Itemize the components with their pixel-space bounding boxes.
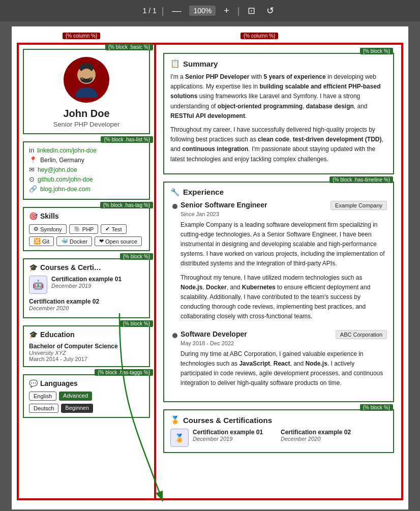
blog-link[interactable]: blog.john-doe.com <box>40 186 91 193</box>
experience-block: {% block .has-timeline %} 🔧 Experience S… <box>163 182 394 403</box>
cert-grid-details-2: Certification example 02 December 2020 <box>281 429 351 442</box>
courses-icon: 🎓 <box>29 263 38 272</box>
job-header-1: Senior Software Engineer Example Company <box>181 201 387 210</box>
contact-section: in linkedin.com/john-doe 📍 Berlin, Germa… <box>23 141 150 200</box>
github-link[interactable]: github.com/john-doe <box>38 176 93 183</box>
block-has-tag-tag: {% block .has-tag %} <box>100 202 153 208</box>
avatar <box>64 57 109 103</box>
summary-para1: I'm a Senior PHP Developer with 5 years … <box>170 72 387 121</box>
courses-left-section: 🎓 Courses & Certi… 🤖 Certification examp… <box>23 258 150 318</box>
github-icon: ⊙ <box>29 175 35 183</box>
courses-right-section: 🏅 Courses & Certifications 🏅 Certificati… <box>163 409 394 453</box>
cert-details-1: Certification example 01 December 2019 <box>51 276 122 289</box>
skills-section: 🎯 Skills ⚙ Symfony 🐘 PHP ✔ Test 🔀 Git 🐳 … <box>23 207 150 251</box>
experience-icon: 🔧 <box>170 188 180 197</box>
courses-left-block: {% block %} 🎓 Courses & Certi… 🤖 Certifi… <box>19 258 154 318</box>
divider1: | <box>162 6 164 16</box>
languages-section: 💬 Languages English Advanced Deutsch Beg… <box>23 374 150 418</box>
cert-item-2: Certification example 02 December 2020 <box>29 298 144 311</box>
php-icon: 🐘 <box>74 226 81 232</box>
cert-grid-name-2: Certification example 02 <box>281 429 351 436</box>
cert-date-2: December 2020 <box>29 305 144 311</box>
summary-section: 📋 Summary I'm a Senior PHP Developer wit… <box>163 53 394 174</box>
skills-icon: 🎯 <box>29 212 38 220</box>
edu-dates: March 2014 - July 2017 <box>29 356 144 362</box>
git-icon: 🔀 <box>34 238 41 245</box>
fit-button[interactable]: ⊡ <box>245 4 258 17</box>
cert-date-1: December 2019 <box>51 283 122 289</box>
skills-heading: 🎯 Skills <box>29 212 144 220</box>
block-green-tag1: {% block %} <box>120 253 153 260</box>
education-section: 🎓 Education Bachelor of Computer Science… <box>23 325 150 367</box>
cert-grid-1: 🏅 Certification example 01 December 2019 <box>170 429 277 447</box>
email-link[interactable]: hey@john.doe <box>38 166 77 173</box>
skill-docker: 🐳 Docker <box>56 236 92 246</box>
certs-grid: 🏅 Certification example 01 December 2019… <box>170 429 387 447</box>
skill-symfony: ⚙ Symfony <box>29 224 67 234</box>
test-icon: ✔ <box>105 226 110 232</box>
skill-test: ✔ Test <box>101 224 126 234</box>
languages-heading: 💬 Languages <box>29 379 144 387</box>
divider2: | <box>237 6 240 16</box>
skill-php: 🐘 PHP <box>69 224 99 234</box>
block-has-timeline-tag: {% block .has-timeline %} <box>329 176 393 183</box>
symfony-icon: ⚙ <box>34 226 39 232</box>
cert-icon-1: 🤖 <box>29 276 47 294</box>
linkedin-icon: in <box>29 146 34 154</box>
cert-item-1: 🤖 Certification example 01 December 2019 <box>29 276 144 294</box>
courses-right-heading: 🏅 Courses & Certifications <box>170 415 387 425</box>
experience-heading: 🔧 Experience <box>170 188 387 197</box>
skills-tags: ⚙ Symfony 🐘 PHP ✔ Test 🔀 Git 🐳 Docker ❤ … <box>29 224 144 246</box>
edu-degree: Bachelor of Computer Science <box>29 343 144 350</box>
column-labels: {% column %} {% column %} <box>17 32 403 41</box>
lang-english: English <box>29 392 56 401</box>
edu-school: University XYZ <box>29 350 144 356</box>
summary-para2: Throughout my career, I have successfull… <box>170 125 387 164</box>
zoom-level: 100% <box>189 6 216 16</box>
profile-block: {% block .basic %} <box>19 49 154 134</box>
company-badge-2: ABC Corporation <box>336 330 387 339</box>
summary-icon: 📋 <box>170 59 180 68</box>
job-header-2: Software Developer ABC Corporation <box>181 330 387 339</box>
job-desc-2: During my time at ABC Corporation, I gai… <box>181 349 387 388</box>
col-right-tag: {% column %} <box>241 33 278 39</box>
block-green-tag2: {% block %} <box>120 320 153 327</box>
page-info: 1 / 1 <box>143 7 157 15</box>
left-column: {% block .basic %} <box>18 44 155 499</box>
block-green-tag3: {% block %} <box>360 48 393 54</box>
toolbar: 1 / 1 | — 100% + | ⊡ ↺ <box>0 0 420 21</box>
page-container: {% column %} {% column %} {% block .basi… <box>12 26 408 509</box>
cert-grid-2: Certification example 02 December 2020 <box>281 429 387 447</box>
contact-email: ✉ hey@john.doe <box>29 166 144 173</box>
block-basic-tag: {% block .basic %} <box>105 44 153 50</box>
courses-right-icon: 🏅 <box>170 415 180 425</box>
education-icon: 🎓 <box>29 330 38 339</box>
location-text: Berlin, Germany <box>40 157 84 164</box>
courses-right-block: {% block %} 🏅 Courses & Certifications 🏅… <box>163 409 394 453</box>
job-date-2: May 2018 - Dec 2022 <box>181 340 387 346</box>
skill-opensource: ❤ Open source <box>95 236 142 246</box>
zoom-out-button[interactable]: — <box>169 5 184 17</box>
resume-layout: {% block .basic %} <box>17 43 403 500</box>
col-left-tag: {% column %} <box>63 33 100 39</box>
cert-grid-date-2: December 2020 <box>281 436 351 442</box>
location-icon: 📍 <box>29 156 37 164</box>
summary-block: {% block %} 📋 Summary I'm a Senior PHP D… <box>163 53 394 174</box>
languages-icon: 💬 <box>29 379 38 387</box>
linkedin-link[interactable]: linkedin.com/john-doe <box>37 147 97 154</box>
education-block: {% block %} 🎓 Education Bachelor of Comp… <box>19 325 154 367</box>
zoom-in-button[interactable]: + <box>221 5 232 17</box>
education-heading: 🎓 Education <box>29 330 144 339</box>
rotate-button[interactable]: ↺ <box>263 4 277 17</box>
block-green-tag4: {% block %} <box>360 404 393 411</box>
languages-block: {% block .has-taggs %} 💬 Languages Engli… <box>19 374 154 418</box>
cert-grid-details-1: Certification example 01 December 2019 <box>193 429 263 442</box>
contact-location: 📍 Berlin, Germany <box>29 156 144 164</box>
contact-blog: 🔗 blog.john-doe.com <box>29 185 144 193</box>
cert-grid-name-1: Certification example 01 <box>193 429 263 436</box>
cert-grid-icon-1: 🏅 <box>170 429 189 447</box>
blog-icon: 🔗 <box>29 185 37 193</box>
skill-git: 🔀 Git <box>29 236 54 246</box>
profile-section: John Doe Senior PHP Developer <box>23 49 150 134</box>
summary-heading: 📋 Summary <box>170 59 387 68</box>
